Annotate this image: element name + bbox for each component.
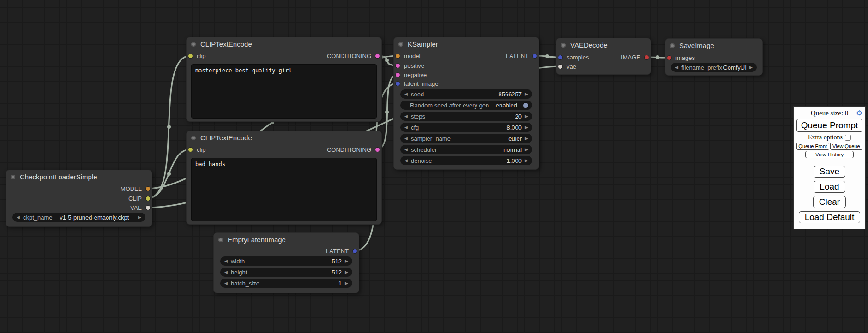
scheduler-widget[interactable]: ◀ scheduler normal ▶	[400, 145, 532, 154]
decrement-arrow-icon[interactable]: ◀	[224, 279, 228, 288]
extra-options-label: Extra options	[808, 134, 843, 141]
seed-widget[interactable]: ◀ seed 8566257 ▶	[400, 89, 532, 99]
image-slot-dot[interactable]	[645, 55, 649, 59]
output-slot-image[interactable]: IMAGE	[621, 54, 651, 62]
queue-prompt-button[interactable]: Queue Prompt	[796, 119, 862, 132]
input-slot-model[interactable]: model	[394, 52, 420, 60]
decrement-arrow-icon[interactable]: ◀	[404, 112, 408, 121]
collapse-dot-icon[interactable]	[398, 42, 403, 47]
collapse-dot-icon[interactable]	[218, 238, 223, 242]
output-slot-clip[interactable]: CLIP	[128, 195, 152, 203]
input-slot-vae[interactable]: vae	[556, 63, 576, 71]
increment-arrow-icon[interactable]: ▶	[749, 63, 753, 72]
clip-slot-dot[interactable]	[188, 148, 193, 152]
output-slot-model[interactable]: MODEL	[121, 185, 152, 193]
cfg-widget[interactable]: ◀ cfg 8.000 ▶	[400, 123, 532, 132]
collapse-dot-icon[interactable]	[561, 43, 566, 48]
output-slot-conditioning[interactable]: CONDITIONING	[327, 52, 381, 60]
widget-value: 8.000	[507, 124, 522, 131]
increment-arrow-icon[interactable]: ▶	[345, 279, 348, 288]
input-slot-samples[interactable]: samples	[556, 54, 589, 62]
decrement-arrow-icon[interactable]: ◀	[404, 89, 408, 99]
decrement-arrow-icon[interactable]: ◀	[224, 268, 228, 277]
node-clip-text-encode-negative[interactable]: CLIPTextEncode clip CONDITIONING bad han…	[186, 131, 382, 225]
output-slot-vae[interactable]: VAE	[130, 204, 152, 212]
save-button[interactable]: Save	[814, 166, 845, 178]
output-slot-latent[interactable]: LATENT	[506, 52, 539, 60]
model-slot-dot[interactable]	[146, 187, 150, 191]
toggle-dot-icon[interactable]	[523, 103, 528, 108]
increment-arrow-icon[interactable]: ▶	[525, 156, 528, 165]
decrement-arrow-icon[interactable]: ◀	[404, 134, 408, 143]
decrement-arrow-icon[interactable]: ◀	[404, 156, 408, 165]
decrement-arrow-icon[interactable]: ◀	[675, 63, 678, 72]
view-history-button[interactable]: View History	[805, 151, 854, 158]
conditioning-slot-dot[interactable]	[375, 54, 380, 58]
height-widget[interactable]: ◀ height 512 ▶	[220, 268, 352, 277]
node-save-image[interactable]: SaveImage images ◀ filename_prefix Comfy…	[665, 38, 763, 76]
input-slot-images[interactable]: images	[665, 54, 695, 62]
vae-slot-dot[interactable]	[146, 206, 150, 210]
sampler-name-widget[interactable]: ◀ sampler_name euler ▶	[400, 134, 532, 143]
increment-arrow-icon[interactable]: ▶	[525, 112, 528, 121]
latent-slot-dot[interactable]	[353, 249, 357, 253]
input-slot-negative[interactable]: negative	[394, 71, 427, 79]
collapse-dot-icon[interactable]	[670, 43, 675, 48]
slot-label: samples	[567, 54, 589, 61]
queue-front-button[interactable]: Queue Front	[796, 143, 829, 150]
increment-arrow-icon[interactable]: ▶	[138, 213, 141, 222]
increment-arrow-icon[interactable]: ▶	[525, 123, 528, 132]
slot-label: CONDITIONING	[327, 53, 371, 59]
input-slot-latent-image[interactable]: latent_image	[394, 80, 438, 88]
filename-prefix-widget[interactable]: ◀ filename_prefix ComfyUI ▶	[671, 63, 757, 72]
conditioning-slot-dot[interactable]	[396, 64, 400, 68]
input-slot-clip[interactable]: clip	[187, 146, 206, 154]
latent-slot-dot[interactable]	[396, 82, 400, 86]
decrement-arrow-icon[interactable]: ◀	[17, 213, 20, 222]
node-empty-latent-image[interactable]: EmptyLatentImage LATENT ◀ width 512 ▶ ◀ …	[213, 232, 359, 293]
input-slot-clip[interactable]: clip	[187, 52, 206, 60]
decrement-arrow-icon[interactable]: ◀	[404, 123, 408, 132]
settings-gear-icon[interactable]: ⚙	[856, 109, 862, 117]
collapse-dot-icon[interactable]	[191, 136, 196, 140]
vae-slot-dot[interactable]	[558, 65, 562, 69]
node-checkpoint-loader[interactable]: CheckpointLoaderSimple MODEL CLIP VAE ◀ …	[6, 170, 152, 227]
increment-arrow-icon[interactable]: ▶	[345, 268, 348, 277]
clip-slot-dot[interactable]	[146, 196, 150, 201]
node-vae-decode[interactable]: VAEDecode samples IMAGE vae	[556, 38, 651, 75]
positive-prompt-textarea[interactable]: masterpiece best quality girl	[191, 64, 377, 119]
input-slot-positive[interactable]: positive	[394, 62, 424, 70]
load-button[interactable]: Load	[814, 181, 845, 193]
view-queue-button[interactable]: View Queue	[830, 143, 863, 150]
output-slot-latent[interactable]: LATENT	[326, 247, 359, 256]
extra-options-checkbox[interactable]	[845, 135, 851, 141]
steps-widget[interactable]: ◀ steps 20 ▶	[400, 112, 532, 121]
conditioning-slot-dot[interactable]	[375, 148, 380, 152]
increment-arrow-icon[interactable]: ▶	[345, 256, 348, 266]
batch-size-widget[interactable]: ◀ batch_size 1 ▶	[220, 279, 352, 288]
ckpt-name-widget[interactable]: ◀ ckpt_name v1-5-pruned-emaonly.ckpt ▶	[12, 213, 145, 222]
node-ksampler[interactable]: KSampler model LATENT positive negative …	[393, 37, 539, 170]
load-default-button[interactable]: Load Default	[799, 211, 861, 223]
decrement-arrow-icon[interactable]: ◀	[404, 145, 408, 154]
negative-prompt-textarea[interactable]: bad hands	[191, 158, 377, 221]
image-slot-dot[interactable]	[667, 56, 671, 60]
random-seed-toggle-widget[interactable]: Random seed after every gen enabled	[400, 101, 532, 110]
output-slot-conditioning[interactable]: CONDITIONING	[327, 146, 381, 154]
increment-arrow-icon[interactable]: ▶	[525, 134, 528, 143]
collapse-dot-icon[interactable]	[11, 175, 15, 179]
latent-slot-dot[interactable]	[533, 54, 537, 58]
widget-label: scheduler	[411, 146, 437, 153]
node-clip-text-encode-positive[interactable]: CLIPTextEncode clip CONDITIONING masterp…	[186, 37, 382, 122]
increment-arrow-icon[interactable]: ▶	[525, 89, 528, 99]
width-widget[interactable]: ◀ width 512 ▶	[220, 256, 352, 266]
decrement-arrow-icon[interactable]: ◀	[224, 256, 228, 266]
latent-slot-dot[interactable]	[558, 55, 562, 59]
collapse-dot-icon[interactable]	[191, 42, 196, 47]
conditioning-slot-dot[interactable]	[396, 73, 400, 77]
clip-slot-dot[interactable]	[188, 54, 193, 58]
denoise-widget[interactable]: ◀ denoise 1.000 ▶	[400, 156, 532, 165]
clear-button[interactable]: Clear	[813, 196, 846, 208]
model-slot-dot[interactable]	[396, 54, 400, 58]
increment-arrow-icon[interactable]: ▶	[525, 145, 528, 154]
